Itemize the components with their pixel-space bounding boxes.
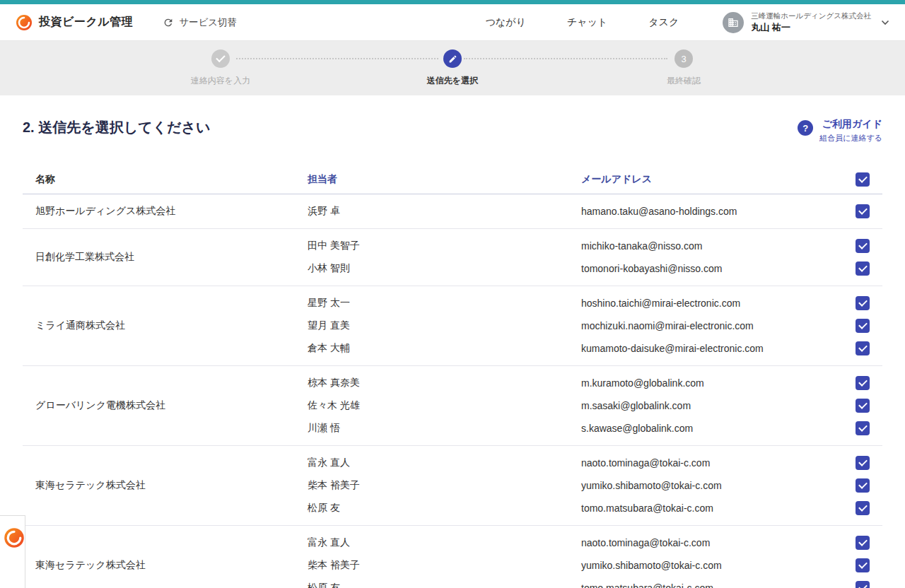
email-cell: michiko-tanaka@nisso.comtomonori-kobayas…: [581, 235, 833, 280]
contact-email: s.kawase@globalink.com: [581, 417, 833, 440]
recipient-checkbox[interactable]: [856, 319, 870, 333]
table-row: 東海セラテック株式会社富永 直人柴本 裕美子松原 友naoto.tominaga…: [23, 526, 882, 588]
contact-person: 松原 友: [308, 497, 581, 519]
checkbox-cell: [833, 452, 882, 519]
company-name-cell: 日創化学工業株式会社: [23, 235, 308, 280]
step-3-label: 最終確認: [606, 75, 761, 87]
contact-email: tomo.matsubara@tokai-c.com: [581, 497, 833, 519]
guide-title: ご利用ガイド: [819, 118, 882, 131]
service-switch-label: サービス切替: [179, 16, 237, 29]
contact-person: 望月 直美: [308, 314, 581, 337]
main-content: 2. 送信先を選択してください ? ご利用ガイド 組合員に連絡する 名称 担当者…: [0, 95, 905, 588]
contact-person: 富永 直人: [308, 452, 581, 474]
contact-person: 椋本 真奈美: [308, 372, 581, 394]
person-cell: 田中 美智子小林 智則: [308, 235, 581, 280]
contact-person: 倉本 大輔: [308, 337, 581, 360]
checkbox-line: [833, 314, 882, 337]
recipient-checkbox[interactable]: [856, 376, 870, 390]
contact-person: 浜野 卓: [308, 200, 581, 223]
checkbox-line: [833, 292, 882, 314]
recipient-checkbox[interactable]: [856, 536, 870, 550]
table-row: 日創化学工業株式会社田中 美智子小林 智則michiko-tanaka@niss…: [23, 229, 882, 286]
contact-email: m.sasaki@globalink.com: [581, 394, 833, 417]
checkbox-line: [833, 497, 882, 519]
checkbox-line: [833, 577, 882, 588]
recipient-checkbox[interactable]: [856, 581, 870, 588]
app-title: 投資ビークル管理: [39, 15, 133, 30]
usage-guide-link[interactable]: ? ご利用ガイド 組合員に連絡する: [798, 118, 882, 143]
table-header-row: 名称 担当者 メールアドレス: [23, 165, 882, 194]
contact-person: 松原 友: [308, 577, 581, 588]
person-cell: 椋本 真奈美佐々木 光雄川瀬 悟: [308, 372, 581, 440]
contact-person: 佐々木 光雄: [308, 394, 581, 417]
recipient-checkbox[interactable]: [856, 296, 870, 310]
checkbox-cell: [833, 292, 882, 360]
contact-email: naoto.tominaga@tokai-c.com: [581, 452, 833, 474]
footer-logo-icon: [4, 527, 25, 551]
refresh-icon: [163, 17, 174, 28]
company-name-cell: グローバリンク電機株式会社: [23, 372, 308, 440]
person-cell: 富永 直人柴本 裕美子松原 友: [308, 452, 581, 519]
chevron-down-icon: [881, 20, 889, 25]
recipient-checkbox[interactable]: [856, 399, 870, 413]
nav-item-tasks[interactable]: タスク: [648, 16, 679, 29]
checkbox-line: [833, 337, 882, 360]
building-icon: [728, 17, 739, 28]
contact-person: 柴本 裕美子: [308, 554, 581, 577]
contact-email: kumamoto-daisuke@mirai-electronic.com: [581, 337, 833, 360]
nav-item-connections[interactable]: つながり: [486, 16, 526, 29]
step-3-number: 3: [675, 49, 693, 68]
person-cell: 浜野 卓: [308, 200, 581, 223]
help-icon: ?: [798, 120, 813, 136]
contact-email: naoto.tominaga@tokai-c.com: [581, 531, 833, 554]
nav-item-chat[interactable]: チャット: [567, 16, 607, 29]
company-name-cell: 東海セラテック株式会社: [23, 452, 308, 519]
progress-stepper: 連絡内容を入力 送信先を選択 3 最終確認: [0, 41, 905, 95]
contact-email: yumiko.shibamoto@tokai-c.com: [581, 474, 833, 497]
step-1-label: 連絡内容を入力: [143, 75, 298, 87]
recipient-checkbox[interactable]: [856, 501, 870, 515]
recipient-checkbox[interactable]: [856, 456, 870, 470]
header-nav: つながり チャット タスク: [486, 16, 679, 29]
recipient-checkbox[interactable]: [856, 478, 870, 493]
contact-person: 田中 美智子: [308, 235, 581, 257]
service-switch-button[interactable]: サービス切替: [163, 16, 237, 29]
company-name-cell: ミライ通商株式会社: [23, 292, 308, 360]
contact-email: hamano.taku@asano-holdings.com: [581, 200, 833, 223]
contact-person: 星野 太一: [308, 292, 581, 314]
email-cell: hamano.taku@asano-holdings.com: [581, 200, 833, 223]
guide-texts: ご利用ガイド 組合員に連絡する: [819, 118, 882, 143]
contact-person: 富永 直人: [308, 531, 581, 554]
footer-panel: [0, 515, 25, 588]
app-logo[interactable]: 投資ビークル管理: [16, 14, 133, 31]
column-header-name: 名称: [23, 173, 308, 186]
avatar: [723, 12, 744, 33]
contact-email: hoshino.taichi@mirai-electronic.com: [581, 292, 833, 314]
recipient-checkbox[interactable]: [856, 239, 870, 253]
contact-email: m.kuramoto@globalink.com: [581, 372, 833, 394]
step-2-pencil-icon: [443, 49, 462, 68]
step-1-enter-content: 連絡内容を入力: [143, 49, 298, 87]
contact-email: tomonori-kobayashi@nisso.com: [581, 257, 833, 280]
table-row: 旭野ホールディングス株式会社浜野 卓hamano.taku@asano-hold…: [23, 194, 882, 229]
column-header-person: 担当者: [308, 173, 581, 186]
recipient-checkbox[interactable]: [856, 261, 870, 276]
guide-subtitle: 組合員に連絡する: [819, 133, 882, 143]
recipient-checkbox[interactable]: [856, 558, 870, 572]
checkbox-line: [833, 235, 882, 257]
contact-email: tomo.matsubara@tokai-c.com: [581, 577, 833, 588]
recipient-table: 名称 担当者 メールアドレス 旭野ホールディングス株式会社浜野 卓hamano.…: [23, 165, 882, 588]
table-row: ミライ通商株式会社星野 太一望月 直美倉本 大輔hoshino.taichi@m…: [23, 286, 882, 366]
contact-person: 小林 智則: [308, 257, 581, 280]
email-cell: naoto.tominaga@tokai-c.comyumiko.shibamo…: [581, 452, 833, 519]
checkbox-line: [833, 452, 882, 474]
recipient-checkbox[interactable]: [856, 341, 870, 355]
select-all-checkbox[interactable]: [856, 172, 870, 187]
user-menu[interactable]: 三峰運輸ホールディングス株式会社 丸山 祐一: [723, 11, 889, 33]
recipient-checkbox[interactable]: [856, 421, 870, 435]
recipient-checkbox[interactable]: [856, 204, 870, 218]
checkbox-line: [833, 531, 882, 554]
step-2-label: 送信先を選択: [375, 75, 530, 87]
page-title: 2. 送信先を選択してください: [23, 118, 211, 137]
step-1-done-check-icon: [211, 49, 230, 68]
